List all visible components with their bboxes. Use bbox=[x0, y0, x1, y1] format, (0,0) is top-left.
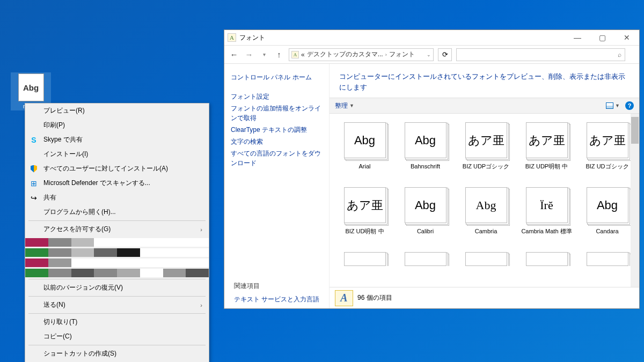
sidebar-cleartype[interactable]: ClearType テキストの調整 bbox=[231, 124, 323, 136]
cm-send-to[interactable]: 送る(N) › bbox=[25, 298, 209, 312]
organize-button[interactable]: 整理 ▼ bbox=[335, 101, 354, 110]
cm-grant-access[interactable]: アクセスを許可する(G) › bbox=[25, 222, 209, 237]
font-name-label: Bahnschrift bbox=[411, 162, 440, 170]
font-preview bbox=[344, 252, 386, 266]
font-preview: Abg bbox=[465, 187, 507, 223]
font-preview: Abg bbox=[587, 187, 628, 223]
color-strip bbox=[25, 248, 209, 257]
font-name-label: Cambria bbox=[475, 227, 497, 235]
cm-separator bbox=[28, 279, 206, 279]
back-button[interactable]: ← bbox=[229, 50, 239, 59]
view-button[interactable]: ▼ bbox=[606, 102, 620, 109]
cm-open-with[interactable]: プログラムから開く(H)... bbox=[25, 205, 209, 219]
breadcrumb-prefix: « bbox=[301, 51, 305, 58]
cm-share[interactable]: ↪ 共有 bbox=[25, 190, 209, 205]
font-name-label: BIZ UDPゴシック bbox=[463, 162, 509, 170]
toolbar: 整理 ▼ ▼ ? bbox=[330, 98, 639, 114]
font-item[interactable] bbox=[336, 250, 393, 266]
chevron-right-icon: › bbox=[385, 52, 387, 57]
status-text: 96 個の項目 bbox=[357, 293, 392, 302]
view-icon bbox=[606, 102, 613, 109]
share-icon: ↪ bbox=[30, 194, 38, 202]
sidebar-home[interactable]: コントロール パネル ホーム bbox=[231, 71, 323, 83]
main-panel: コンピューターにインストールされているフォントをプレビュー、削除、表示または非表… bbox=[329, 64, 639, 308]
forward-button[interactable]: → bbox=[244, 50, 254, 59]
font-item[interactable]: AbgArial bbox=[336, 120, 393, 182]
address-bar: ← → ▾ ↑ A « デスクトップのカスタマ... › フォント ⌄ ⟳ ⌕ bbox=[224, 45, 639, 64]
folder-icon: A bbox=[291, 51, 299, 58]
font-item[interactable]: あア亜BIZ UDゴシック bbox=[579, 120, 636, 182]
font-preview bbox=[587, 252, 628, 266]
font-preview: あア亜 bbox=[465, 122, 507, 158]
chevron-down-icon: ▼ bbox=[615, 103, 620, 108]
font-item[interactable]: AbgCambria bbox=[457, 185, 515, 247]
breadcrumb-bar[interactable]: A « デスクトップのカスタマ... › フォント ⌄ bbox=[289, 48, 434, 61]
cm-copy[interactable]: コピー(C) bbox=[25, 329, 209, 344]
breadcrumb-part2[interactable]: フォント bbox=[389, 50, 415, 59]
cm-separator bbox=[28, 345, 206, 345]
minimize-button[interactable]: — bbox=[565, 30, 590, 45]
font-item[interactable]: ÏrĕCambria Math 標準 bbox=[518, 185, 575, 247]
close-button[interactable]: ✕ bbox=[614, 30, 639, 45]
recent-dropdown[interactable]: ▾ bbox=[259, 51, 269, 57]
cm-defender-scan[interactable]: ⊞ Microsoft Defender でスキャンする... bbox=[25, 176, 209, 190]
font-item[interactable]: AbgBahnschrift bbox=[397, 120, 454, 182]
font-preview: Ïrĕ bbox=[526, 187, 568, 223]
help-button[interactable]: ? bbox=[625, 101, 634, 110]
font-name-label: Calibri bbox=[417, 227, 434, 235]
search-input[interactable]: ⌕ bbox=[456, 48, 625, 61]
cm-cut[interactable]: 切り取り(T) bbox=[25, 315, 209, 329]
font-preview: あア亜 bbox=[587, 122, 628, 158]
font-name-label: Candara bbox=[596, 227, 618, 235]
maximize-button[interactable]: ▢ bbox=[590, 30, 614, 45]
font-name-label: BIZ UD明朝 中 bbox=[345, 227, 384, 235]
font-item[interactable]: AbgCandara bbox=[579, 185, 636, 247]
related-header: 関連項目 bbox=[234, 282, 319, 291]
cm-print[interactable]: 印刷(P) bbox=[25, 118, 209, 132]
font-item[interactable] bbox=[457, 250, 515, 266]
search-icon: ⌕ bbox=[618, 51, 621, 58]
context-menu: プレビュー(R) 印刷(P) S Skype で共有 インストール(I) すべて… bbox=[25, 103, 209, 362]
cm-preview[interactable]: プレビュー(R) bbox=[25, 104, 209, 118]
scrollbar[interactable] bbox=[631, 114, 639, 287]
sidebar-font-online[interactable]: フォントの追加情報をオンラインで取得 bbox=[231, 102, 323, 124]
fonts-grid: AbgArialAbgBahnschriftあア亜BIZ UDPゴシックあア亜B… bbox=[336, 120, 639, 266]
up-button[interactable]: ↑ bbox=[274, 50, 284, 59]
font-item[interactable]: AbgCalibri bbox=[397, 185, 454, 247]
defender-icon: ⊞ bbox=[30, 179, 38, 188]
color-strip bbox=[25, 269, 209, 277]
font-item[interactable] bbox=[397, 250, 454, 266]
related-section: 関連項目 テキスト サービスと入力言語 bbox=[234, 282, 319, 304]
breadcrumb-part1[interactable]: デスクトップのカスタマ... bbox=[307, 50, 383, 59]
cm-separator bbox=[28, 296, 206, 297]
font-item[interactable]: あア亜BIZ UDP明朝 中 bbox=[518, 120, 575, 182]
cm-skype-share[interactable]: S Skype で共有 bbox=[25, 132, 209, 147]
sidebar-find-char[interactable]: 文字の検索 bbox=[231, 136, 323, 147]
font-name-label: BIZ UDゴシック bbox=[586, 162, 628, 170]
cm-separator bbox=[28, 220, 206, 221]
font-item[interactable] bbox=[579, 250, 636, 266]
cm-separator bbox=[28, 313, 206, 314]
skype-icon: S bbox=[30, 136, 38, 144]
cm-install[interactable]: インストール(I) bbox=[25, 147, 209, 161]
window-controls: — ▢ ✕ bbox=[565, 30, 639, 45]
fonts-area: AbgArialAbgBahnschriftあア亜BIZ UDPゴシックあア亜B… bbox=[330, 114, 639, 287]
sidebar-download-all[interactable]: すべての言語のフォントをダウンロード bbox=[231, 147, 323, 169]
chevron-down-icon[interactable]: ⌄ bbox=[427, 52, 431, 57]
chevron-down-icon: ▼ bbox=[349, 103, 354, 108]
font-item[interactable]: あア亜BIZ UDPゴシック bbox=[457, 120, 515, 182]
related-link[interactable]: テキスト サービスと入力言語 bbox=[234, 295, 319, 304]
sidebar-font-settings[interactable]: フォント設定 bbox=[231, 91, 323, 102]
cm-create-shortcut[interactable]: ショートカットの作成(S) bbox=[25, 346, 209, 361]
font-preview: Abg bbox=[405, 122, 447, 158]
cm-install-all[interactable]: すべてのユーザーに対してインストール(A) bbox=[25, 161, 209, 176]
window-title: フォント bbox=[239, 33, 265, 42]
sidebar: コントロール パネル ホーム フォント設定 フォントの追加情報をオンラインで取得… bbox=[224, 64, 329, 308]
font-item[interactable] bbox=[518, 250, 575, 266]
font-item[interactable]: あア亜BIZ UD明朝 中 bbox=[336, 185, 393, 247]
font-preview: あア亜 bbox=[344, 187, 386, 223]
refresh-button[interactable]: ⟳ bbox=[438, 48, 452, 61]
cm-restore-version[interactable]: 以前のバージョンの復元(V) bbox=[25, 280, 209, 295]
scrollbar-thumb[interactable] bbox=[631, 117, 639, 144]
font-file-icon: Abg bbox=[18, 73, 44, 101]
